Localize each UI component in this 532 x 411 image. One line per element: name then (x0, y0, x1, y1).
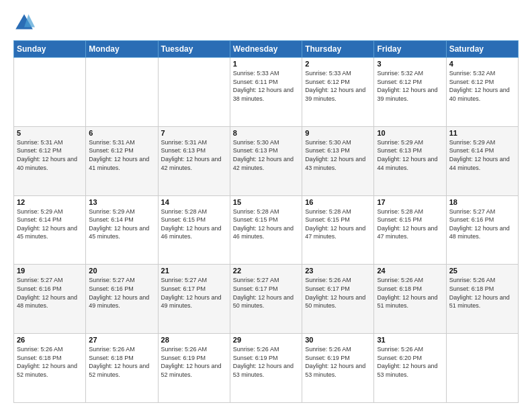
day-number: 16 (305, 198, 371, 206)
day-info: Sunrise: 5:26 AMSunset: 6:18 PMDaylight:… (17, 345, 83, 379)
day-info: Sunrise: 5:26 AMSunset: 6:19 PMDaylight:… (233, 345, 299, 379)
day-number: 28 (161, 336, 227, 344)
day-info: Sunrise: 5:26 AMSunset: 6:20 PMDaylight:… (377, 345, 443, 379)
day-number: 14 (161, 198, 227, 206)
calendar-empty (14, 58, 86, 127)
calendar-week-1: 5Sunrise: 5:31 AMSunset: 6:12 PMDaylight… (14, 126, 519, 195)
calendar-day-5: 5Sunrise: 5:31 AMSunset: 6:12 PMDaylight… (14, 126, 86, 195)
day-header-wednesday: Wednesday (230, 41, 302, 58)
day-number: 31 (377, 336, 443, 344)
day-header-tuesday: Tuesday (158, 41, 230, 58)
day-info: Sunrise: 5:28 AMSunset: 6:15 PMDaylight:… (377, 208, 443, 241)
calendar-week-0: 1Sunrise: 5:33 AMSunset: 6:11 PMDaylight… (14, 58, 519, 127)
day-number: 11 (449, 129, 515, 137)
day-number: 24 (377, 267, 443, 275)
calendar-day-6: 6Sunrise: 5:31 AMSunset: 6:12 PMDaylight… (86, 126, 158, 195)
day-number: 15 (233, 198, 299, 206)
day-number: 27 (89, 336, 154, 344)
calendar-day-2: 2Sunrise: 5:33 AMSunset: 6:12 PMDaylight… (302, 58, 374, 127)
calendar-day-4: 4Sunrise: 5:32 AMSunset: 6:12 PMDaylight… (446, 58, 518, 127)
day-info: Sunrise: 5:26 AMSunset: 6:17 PMDaylight:… (305, 276, 371, 310)
calendar-header-row: SundayMondayTuesdayWednesdayThursdayFrid… (14, 41, 519, 58)
calendar-day-24: 24Sunrise: 5:26 AMSunset: 6:18 PMDayligh… (374, 265, 446, 334)
day-number: 7 (161, 129, 227, 137)
day-info: Sunrise: 5:29 AMSunset: 6:14 PMDaylight:… (17, 208, 83, 241)
calendar-day-17: 17Sunrise: 5:28 AMSunset: 6:15 PMDayligh… (374, 195, 446, 265)
calendar-day-3: 3Sunrise: 5:32 AMSunset: 6:12 PMDaylight… (374, 58, 446, 127)
day-number: 5 (17, 129, 83, 137)
calendar-empty (446, 334, 518, 403)
calendar-empty (158, 58, 230, 127)
day-info: Sunrise: 5:28 AMSunset: 6:15 PMDaylight:… (305, 208, 371, 241)
day-number: 17 (377, 198, 443, 206)
day-info: Sunrise: 5:29 AMSunset: 6:14 PMDaylight:… (89, 208, 154, 241)
day-number: 12 (17, 198, 83, 206)
day-number: 3 (377, 60, 443, 68)
day-info: Sunrise: 5:26 AMSunset: 6:19 PMDaylight:… (305, 345, 371, 379)
day-info: Sunrise: 5:30 AMSunset: 6:13 PMDaylight:… (305, 138, 371, 172)
day-info: Sunrise: 5:31 AMSunset: 6:12 PMDaylight:… (89, 138, 154, 172)
day-number: 22 (233, 267, 299, 275)
calendar-day-10: 10Sunrise: 5:29 AMSunset: 6:13 PMDayligh… (374, 126, 446, 195)
calendar-day-30: 30Sunrise: 5:26 AMSunset: 6:19 PMDayligh… (302, 334, 374, 403)
day-header-friday: Friday (374, 41, 446, 58)
day-info: Sunrise: 5:29 AMSunset: 6:13 PMDaylight:… (377, 138, 443, 172)
day-number: 10 (377, 129, 443, 137)
day-number: 21 (161, 267, 227, 275)
day-info: Sunrise: 5:28 AMSunset: 6:15 PMDaylight:… (233, 208, 299, 241)
day-info: Sunrise: 5:26 AMSunset: 6:19 PMDaylight:… (161, 345, 227, 379)
calendar-day-18: 18Sunrise: 5:27 AMSunset: 6:16 PMDayligh… (446, 195, 518, 265)
day-info: Sunrise: 5:27 AMSunset: 6:17 PMDaylight:… (233, 276, 299, 310)
calendar-day-8: 8Sunrise: 5:30 AMSunset: 6:13 PMDaylight… (230, 126, 302, 195)
calendar-empty (86, 58, 158, 127)
day-number: 30 (305, 336, 371, 344)
day-info: Sunrise: 5:32 AMSunset: 6:12 PMDaylight:… (449, 69, 515, 103)
day-number: 23 (305, 267, 371, 275)
calendar-day-9: 9Sunrise: 5:30 AMSunset: 6:13 PMDaylight… (302, 126, 374, 195)
day-info: Sunrise: 5:33 AMSunset: 6:11 PMDaylight:… (233, 69, 299, 103)
calendar-day-22: 22Sunrise: 5:27 AMSunset: 6:17 PMDayligh… (230, 265, 302, 334)
calendar-week-4: 26Sunrise: 5:26 AMSunset: 6:18 PMDayligh… (14, 334, 519, 403)
day-info: Sunrise: 5:27 AMSunset: 6:17 PMDaylight:… (161, 276, 227, 310)
day-info: Sunrise: 5:26 AMSunset: 6:18 PMDaylight:… (89, 345, 154, 379)
day-info: Sunrise: 5:27 AMSunset: 6:16 PMDaylight:… (17, 276, 83, 310)
day-info: Sunrise: 5:27 AMSunset: 6:16 PMDaylight:… (89, 276, 154, 310)
logo (13, 12, 38, 34)
calendar-day-20: 20Sunrise: 5:27 AMSunset: 6:16 PMDayligh… (86, 265, 158, 334)
day-number: 29 (233, 336, 299, 344)
calendar-day-31: 31Sunrise: 5:26 AMSunset: 6:20 PMDayligh… (374, 334, 446, 403)
day-info: Sunrise: 5:26 AMSunset: 6:18 PMDaylight:… (449, 276, 515, 310)
calendar-day-21: 21Sunrise: 5:27 AMSunset: 6:17 PMDayligh… (158, 265, 230, 334)
day-info: Sunrise: 5:33 AMSunset: 6:12 PMDaylight:… (305, 69, 371, 103)
day-info: Sunrise: 5:27 AMSunset: 6:16 PMDaylight:… (449, 208, 515, 241)
calendar-week-3: 19Sunrise: 5:27 AMSunset: 6:16 PMDayligh… (14, 265, 519, 334)
day-number: 6 (89, 129, 154, 137)
day-number: 4 (449, 60, 515, 68)
logo-icon (13, 12, 35, 34)
calendar-day-12: 12Sunrise: 5:29 AMSunset: 6:14 PMDayligh… (14, 195, 86, 265)
day-info: Sunrise: 5:32 AMSunset: 6:12 PMDaylight:… (377, 69, 443, 103)
day-number: 1 (233, 60, 299, 68)
page: SundayMondayTuesdayWednesdayThursdayFrid… (0, 0, 532, 411)
header (13, 12, 519, 34)
calendar-day-25: 25Sunrise: 5:26 AMSunset: 6:18 PMDayligh… (446, 265, 518, 334)
calendar-day-15: 15Sunrise: 5:28 AMSunset: 6:15 PMDayligh… (230, 195, 302, 265)
day-number: 25 (449, 267, 515, 275)
day-info: Sunrise: 5:28 AMSunset: 6:15 PMDaylight:… (161, 208, 227, 241)
calendar-day-1: 1Sunrise: 5:33 AMSunset: 6:11 PMDaylight… (230, 58, 302, 127)
day-number: 18 (449, 198, 515, 206)
day-info: Sunrise: 5:29 AMSunset: 6:14 PMDaylight:… (449, 138, 515, 172)
day-info: Sunrise: 5:26 AMSunset: 6:18 PMDaylight:… (377, 276, 443, 310)
day-header-saturday: Saturday (446, 41, 518, 58)
calendar-day-14: 14Sunrise: 5:28 AMSunset: 6:15 PMDayligh… (158, 195, 230, 265)
day-header-monday: Monday (86, 41, 158, 58)
day-header-sunday: Sunday (14, 41, 86, 58)
calendar-day-26: 26Sunrise: 5:26 AMSunset: 6:18 PMDayligh… (14, 334, 86, 403)
calendar-day-23: 23Sunrise: 5:26 AMSunset: 6:17 PMDayligh… (302, 265, 374, 334)
calendar-day-16: 16Sunrise: 5:28 AMSunset: 6:15 PMDayligh… (302, 195, 374, 265)
calendar-day-29: 29Sunrise: 5:26 AMSunset: 6:19 PMDayligh… (230, 334, 302, 403)
day-number: 2 (305, 60, 371, 68)
day-number: 8 (233, 129, 299, 137)
calendar-day-7: 7Sunrise: 5:31 AMSunset: 6:13 PMDaylight… (158, 126, 230, 195)
calendar-day-19: 19Sunrise: 5:27 AMSunset: 6:16 PMDayligh… (14, 265, 86, 334)
